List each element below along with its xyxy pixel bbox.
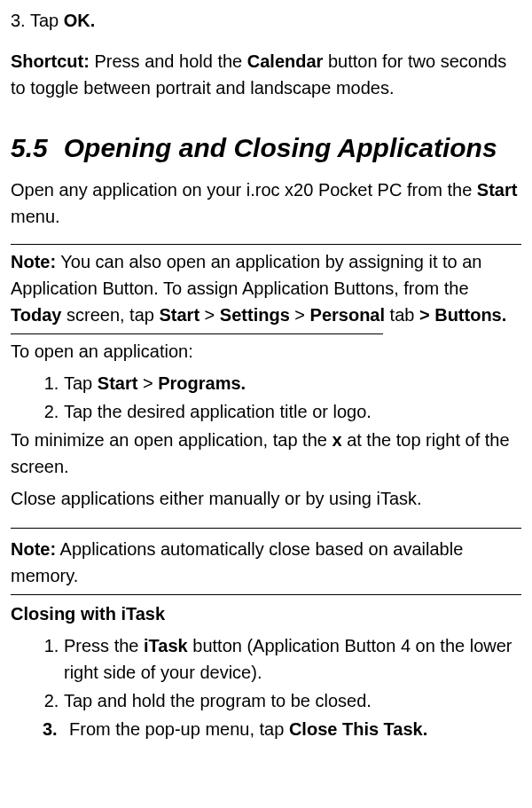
note-1-text-1: You can also open an application by assi… bbox=[11, 252, 481, 298]
minimize-line: To minimize an open application, tap the… bbox=[11, 427, 521, 480]
section-number: 5.5 bbox=[11, 133, 48, 162]
note-1-settings: Settings bbox=[220, 305, 290, 325]
open-app-list: Tap Start > Programs. Tap the desired ap… bbox=[64, 370, 521, 425]
step-3-prefix: 3. Tap bbox=[11, 11, 64, 30]
it-li3-a: From the pop-up menu, tap bbox=[69, 719, 289, 739]
divider bbox=[11, 528, 521, 529]
open-li1-a: Tap bbox=[64, 373, 98, 393]
itask-heading: Closing with iTask bbox=[11, 600, 521, 627]
open-intro-1: Open any application on your i.roc x20 P… bbox=[11, 180, 477, 200]
open-app-title: To open an application: bbox=[11, 338, 521, 365]
open-app-item-2: Tap the desired application title or log… bbox=[64, 398, 521, 425]
note-1-gt-2: > bbox=[290, 305, 310, 325]
note-1: Note: You can also open an application b… bbox=[11, 248, 521, 328]
open-app-item-1: Tap Start > Programs. bbox=[64, 370, 521, 396]
it-li1-itask: iTask bbox=[144, 636, 188, 655]
open-intro: Open any application on your i.roc x20 P… bbox=[11, 177, 521, 230]
shortcut-calendar: Calendar bbox=[247, 51, 324, 71]
note-1-personal: Personal bbox=[310, 305, 385, 325]
itask-item-2: Tap and hold the program to be closed. bbox=[64, 687, 521, 714]
shortcut-paragraph: Shortcut: Press and hold the Calendar bu… bbox=[11, 48, 521, 101]
it-li3-close: Close This Task. bbox=[289, 719, 427, 739]
it-li3-num: 3. bbox=[43, 716, 69, 742]
section-heading: 5.5Opening and Closing Applications bbox=[11, 128, 521, 168]
minimize-1: To minimize an open application, tap the bbox=[11, 430, 332, 450]
note-1-text-3: tab bbox=[385, 305, 419, 325]
shortcut-text-1: Press and hold the bbox=[90, 51, 247, 71]
section-title: Opening and Closing Applications bbox=[64, 133, 497, 162]
step-3-ok: OK. bbox=[64, 11, 96, 30]
note-1-gt-1: > bbox=[200, 305, 220, 325]
step-3: 3. Tap OK. bbox=[11, 7, 521, 34]
note-2: Note: Applications automatically close b… bbox=[11, 536, 521, 589]
divider bbox=[11, 594, 521, 595]
itask-list: Press the iTask button (Application Butt… bbox=[64, 632, 521, 714]
shortcut-label: Shortcut: bbox=[11, 51, 90, 71]
note-1-today: Today bbox=[11, 305, 61, 325]
note-1-text-2: screen, tap bbox=[61, 305, 159, 325]
note-1-start: Start bbox=[159, 305, 200, 325]
open-li1-programs: Programs. bbox=[158, 373, 246, 393]
itask-item-1: Press the iTask button (Application Butt… bbox=[64, 632, 521, 686]
minimize-x: x bbox=[332, 430, 341, 450]
note-1-buttons: > Buttons. bbox=[419, 305, 506, 325]
itask-item-3: 3. From the pop-up menu, tap Close This … bbox=[43, 716, 521, 742]
open-li1-start: Start bbox=[98, 373, 138, 393]
divider bbox=[11, 244, 521, 245]
open-intro-start: Start bbox=[477, 180, 518, 200]
note-1-label: Note: bbox=[11, 252, 56, 271]
note-2-text: Applications automatically close based o… bbox=[11, 539, 463, 585]
close-line: Close applications either manually or by… bbox=[11, 485, 521, 512]
note-2-label: Note: bbox=[11, 539, 56, 559]
it-li3-body: From the pop-up menu, tap Close This Tas… bbox=[69, 716, 427, 742]
it-li1-a: Press the bbox=[64, 636, 144, 655]
open-intro-2: menu. bbox=[11, 207, 60, 226]
open-li1-gt: > bbox=[137, 373, 158, 393]
divider-short bbox=[11, 333, 383, 334]
